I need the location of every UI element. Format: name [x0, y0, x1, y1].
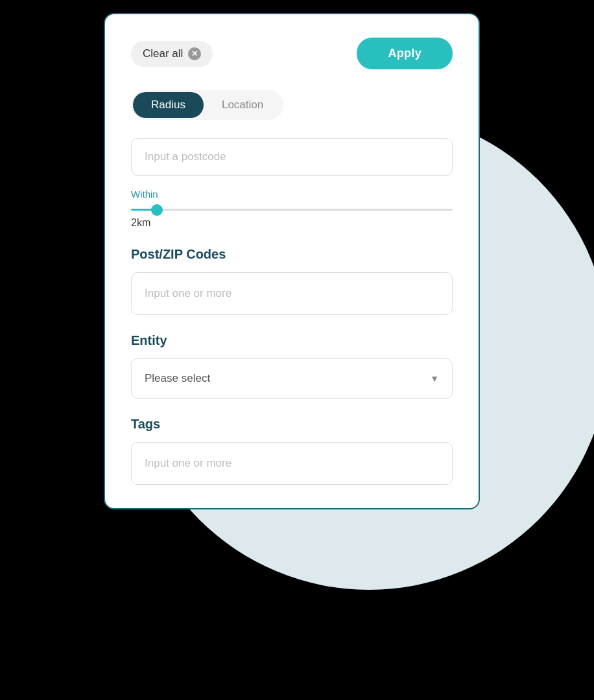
slider-track [131, 209, 453, 211]
post-zip-placeholder: Input one or more [145, 287, 232, 300]
header-row: Clear all ✕ Apply [131, 38, 453, 69]
slider-value: 2km [131, 217, 453, 229]
chevron-down-icon: ▼ [430, 373, 439, 384]
entity-select[interactable]: Please select ▼ [131, 358, 453, 399]
postcode-input[interactable] [131, 138, 453, 176]
section-title-entity: Entity [131, 333, 453, 348]
slider-thumb[interactable] [151, 204, 163, 216]
scene: Clear all ✕ Apply Radius Location Within… [0, 0, 594, 700]
apply-button[interactable]: Apply [357, 38, 453, 69]
tags-input[interactable]: Input one or more [131, 442, 453, 485]
clear-all-icon: ✕ [188, 47, 201, 60]
tab-radius[interactable]: Radius [133, 92, 204, 118]
filter-panel: Clear all ✕ Apply Radius Location Within… [104, 13, 480, 509]
clear-all-label: Clear all [143, 47, 183, 60]
tab-toggle: Radius Location [131, 90, 283, 120]
radius-slider[interactable] [131, 209, 453, 211]
section-title-tags: Tags [131, 417, 453, 432]
tags-placeholder: Input one or more [145, 457, 232, 470]
section-title-post-zip: Post/ZIP Codes [131, 247, 453, 262]
within-label: Within [131, 189, 453, 200]
entity-select-value: Please select [145, 372, 210, 385]
tab-location[interactable]: Location [204, 92, 281, 118]
post-zip-input[interactable]: Input one or more [131, 272, 453, 315]
clear-all-button[interactable]: Clear all ✕ [131, 41, 213, 67]
